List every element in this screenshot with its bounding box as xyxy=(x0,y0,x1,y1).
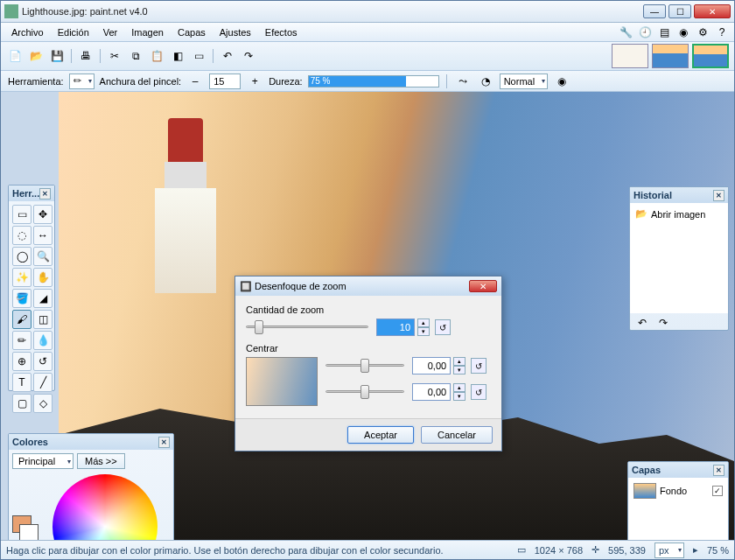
menu-ver[interactable]: Ver xyxy=(96,25,125,39)
new-icon[interactable]: 📄 xyxy=(6,47,24,65)
minimize-button[interactable]: — xyxy=(643,4,666,18)
center-y-slider[interactable] xyxy=(326,383,404,401)
tool-rect[interactable]: ▢ xyxy=(12,394,32,413)
history-undo-icon[interactable]: ↶ xyxy=(634,315,651,331)
maximize-button[interactable]: ☐ xyxy=(668,4,691,18)
titlebar: Lighthouse.jpg: paint.net v4.0 — ☐ ✕ xyxy=(1,1,734,23)
tool-brush[interactable]: 🖌 xyxy=(12,310,32,329)
layers-window-icon[interactable]: ▤ xyxy=(655,24,673,40)
menu-archivo[interactable]: Archivo xyxy=(4,25,51,39)
thumbnail-2[interactable] xyxy=(652,44,689,68)
colors-panel-close-icon[interactable]: ✕ xyxy=(158,437,170,448)
cy-up-icon[interactable]: ▴ xyxy=(453,383,466,392)
center-x-slider[interactable] xyxy=(326,357,404,374)
status-hint: Haga clic para dibujar con el color prim… xyxy=(6,545,444,556)
menu-imagen[interactable]: Imagen xyxy=(124,25,171,39)
copy-icon[interactable]: ⧉ xyxy=(127,47,144,65)
brush-plus-icon[interactable]: + xyxy=(246,74,263,89)
center-y-input[interactable]: 0,00 xyxy=(412,383,451,401)
window-title: Lighthouse.jpg: paint.net v4.0 xyxy=(22,6,643,17)
tool-recolor[interactable]: ↺ xyxy=(33,352,52,371)
dialog-close-icon[interactable]: ✕ xyxy=(469,280,497,292)
zoom-up-icon[interactable]: ▴ xyxy=(417,318,430,327)
zoom-down-icon[interactable]: ▾ xyxy=(417,327,430,336)
crop-icon[interactable]: ◧ xyxy=(169,47,186,65)
menu-efectos[interactable]: Efectos xyxy=(258,25,304,39)
print-icon[interactable]: 🖶 xyxy=(77,47,94,65)
layer-name: Fondo xyxy=(660,486,687,496)
tool-shapes[interactable]: ◇ xyxy=(33,394,52,413)
tool-eraser[interactable]: ◫ xyxy=(33,310,52,329)
tool-line[interactable]: ╱ xyxy=(33,373,52,392)
tool-pan[interactable]: ✋ xyxy=(33,268,52,287)
cy-reset-icon[interactable]: ↺ xyxy=(471,384,486,400)
tools-panel-close-icon[interactable]: ✕ xyxy=(39,188,51,200)
tool-text[interactable]: T xyxy=(12,373,32,392)
deselect-icon[interactable]: ▭ xyxy=(190,47,207,65)
unit-dropdown[interactable]: px xyxy=(654,542,684,558)
blend-dropdown[interactable]: Normal xyxy=(500,74,548,89)
cx-reset-icon[interactable]: ↺ xyxy=(471,358,486,374)
blend-reset-icon[interactable]: ◉ xyxy=(553,74,570,89)
tool-gradient[interactable]: ◢ xyxy=(33,289,52,308)
hardness-slider[interactable]: 75 % xyxy=(308,75,439,88)
tool-fill[interactable]: 🪣 xyxy=(12,289,32,308)
tool-zoom[interactable]: 🔍 xyxy=(33,247,52,266)
menu-ajustes[interactable]: Ajustes xyxy=(213,25,258,39)
cx-down-icon[interactable]: ▾ xyxy=(453,366,466,374)
layers-panel-close-icon[interactable]: ✕ xyxy=(713,465,724,476)
fill-icon[interactable]: ◔ xyxy=(477,74,494,89)
undo-icon[interactable]: ↶ xyxy=(219,47,236,65)
zoom-reset-icon[interactable]: ↺ xyxy=(435,319,451,335)
thumbnail-3[interactable] xyxy=(692,44,729,68)
close-button[interactable]: ✕ xyxy=(694,4,731,18)
cx-up-icon[interactable]: ▴ xyxy=(453,357,466,366)
brush-minus-icon[interactable]: – xyxy=(186,74,204,89)
center-x-input[interactable]: 0,00 xyxy=(412,357,451,374)
menu-capas[interactable]: Capas xyxy=(171,25,213,39)
layer-thumb xyxy=(634,483,656,499)
tool-dropdown[interactable]: ✏ xyxy=(69,74,94,89)
zoom-amount-input[interactable]: 10 xyxy=(376,318,415,336)
cy-down-icon[interactable]: ▾ xyxy=(453,392,466,401)
ok-button[interactable]: Aceptar xyxy=(347,426,414,444)
tool-move-sel[interactable]: ↔ xyxy=(33,226,52,245)
history-redo-icon[interactable]: ↷ xyxy=(654,315,672,331)
layer-visible-checkbox[interactable]: ✓ xyxy=(712,486,723,496)
brush-width-input[interactable]: 15 xyxy=(209,74,241,89)
tool-ellipse-select[interactable]: ◯ xyxy=(12,247,32,266)
work-area: Herr...✕ ▭ ✥ ◌ ↔ ◯ 🔍 ✨ ✋ 🪣 ◢ 🖌 ◫ ✏ 💧 ⊕ ↺… xyxy=(1,92,734,540)
tools-window-icon[interactable]: 🔧 xyxy=(617,24,634,40)
save-icon[interactable]: 💾 xyxy=(48,47,66,65)
cut-icon[interactable]: ✂ xyxy=(106,47,123,65)
redo-icon[interactable]: ↷ xyxy=(240,47,257,65)
open-icon[interactable]: 📂 xyxy=(27,47,45,65)
more-button[interactable]: Más >> xyxy=(77,453,125,469)
settings-icon[interactable]: ⚙ xyxy=(694,24,711,40)
history-window-icon[interactable]: 🕘 xyxy=(636,24,654,40)
thumbnail-1[interactable] xyxy=(612,44,648,68)
paste-icon[interactable]: 📋 xyxy=(148,47,165,65)
history-panel-close-icon[interactable]: ✕ xyxy=(713,190,724,201)
status-bar: Haga clic para dibujar con el color prim… xyxy=(1,540,734,559)
cancel-button[interactable]: Cancelar xyxy=(421,426,493,444)
tool-wand[interactable]: ✨ xyxy=(12,268,32,287)
colors-window-icon[interactable]: ◉ xyxy=(675,24,692,40)
tools-panel-title: Herr... xyxy=(12,188,39,199)
color-wheel[interactable] xyxy=(52,474,158,540)
tool-clone[interactable]: ⊕ xyxy=(12,352,32,371)
menu-edicion[interactable]: Edición xyxy=(51,25,96,39)
color-swatch[interactable] xyxy=(12,515,37,538)
color-mode-dropdown[interactable]: Principal xyxy=(12,453,74,469)
tool-lasso[interactable]: ◌ xyxy=(12,226,32,245)
antialias-icon[interactable]: ⤳ xyxy=(454,74,472,89)
tool-move[interactable]: ✥ xyxy=(33,205,52,224)
zoom-amount-slider[interactable] xyxy=(246,318,368,336)
help-icon[interactable]: ? xyxy=(713,24,731,40)
history-item[interactable]: 📂Abrir imagen xyxy=(634,206,724,221)
center-preview[interactable] xyxy=(246,357,318,406)
layer-item[interactable]: Fondo ✓ xyxy=(632,481,724,500)
tool-pencil[interactable]: ✏ xyxy=(12,331,32,350)
tool-picker[interactable]: 💧 xyxy=(33,331,52,350)
tool-rect-select[interactable]: ▭ xyxy=(12,205,32,224)
